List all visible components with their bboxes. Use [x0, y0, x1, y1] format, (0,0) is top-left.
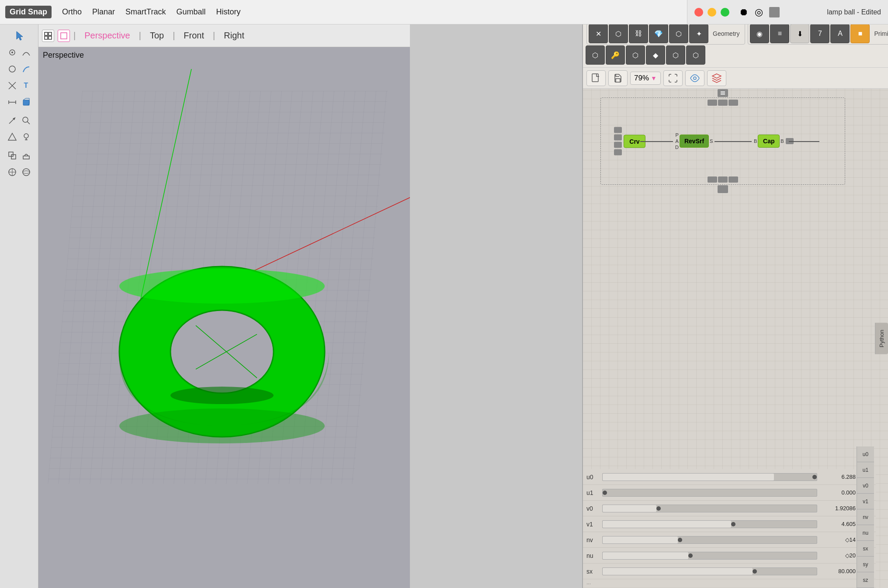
palette-icon-bars[interactable]: ≡: [770, 24, 789, 43]
node-bottom-list-icon[interactable]: [718, 185, 728, 193]
param-v0-slider[interactable]: [602, 505, 817, 512]
param-u0-slider[interactable]: [602, 473, 817, 481]
crv-port-3[interactable]: [614, 149, 622, 156]
palette-icon-circle[interactable]: ⬡: [609, 24, 628, 43]
save-button[interactable]: [608, 70, 628, 86]
tool-solid[interactable]: [20, 94, 33, 110]
palette-icon-A[interactable]: A: [830, 24, 850, 43]
node-arrow-left[interactable]: [708, 100, 717, 106]
port-S: S: [710, 138, 713, 144]
perspective-viewport[interactable]: Perspective: [38, 47, 410, 588]
palette-icon-hex2[interactable]: 7: [810, 24, 829, 43]
crv-port-0[interactable]: [614, 127, 622, 133]
tool-sphere[interactable]: [20, 164, 33, 180]
target-icon[interactable]: ◎: [755, 7, 763, 18]
crv-port-1[interactable]: [614, 135, 622, 141]
fit-view-button[interactable]: [663, 70, 683, 86]
svg-line-16: [27, 121, 30, 124]
palette-icon-circle2[interactable]: ◉: [750, 24, 769, 43]
tool-point[interactable]: [6, 45, 19, 60]
revsrf-node[interactable]: RevSrf: [680, 135, 709, 148]
maximize-button[interactable]: [721, 8, 729, 17]
geometry-section: ✕ ⬡ ⛓ 💎 ⬡ ✦ Geometry: [586, 23, 745, 45]
param-v1-slider[interactable]: [602, 520, 817, 528]
palette-row2-icon2[interactable]: 🔑: [606, 45, 625, 65]
tool-select[interactable]: [5, 28, 33, 44]
tool-magnify[interactable]: [20, 113, 33, 128]
param-nu-slider[interactable]: [602, 552, 817, 560]
planar-toggle[interactable]: Planar: [92, 7, 115, 17]
tool-dimension[interactable]: [6, 94, 19, 110]
history-toggle[interactable]: History: [216, 7, 240, 17]
palette-row2-icon5[interactable]: ⬡: [666, 45, 685, 65]
tool-arrow[interactable]: [6, 113, 19, 128]
tool-pan[interactable]: [6, 164, 19, 180]
param-v0-row: v0 1.92086: [583, 501, 876, 516]
tool-box[interactable]: [6, 148, 19, 163]
node-bottom-arrow1[interactable]: [708, 176, 717, 183]
window-title: lamp ball - Edited: [827, 8, 881, 16]
right-label-nv: nv: [857, 509, 874, 525]
gray-square-icon: [769, 7, 780, 17]
node-arrow-down[interactable]: [728, 100, 738, 106]
geometry-label: Geometry: [709, 29, 743, 38]
param-nv-slider[interactable]: [602, 536, 817, 544]
preview-toggle-button[interactable]: [685, 70, 704, 86]
palette-icon-orange[interactable]: ■: [850, 24, 870, 43]
grasshopper-panel: Params Maths Sets Vector Curve Surface M…: [582, 0, 888, 588]
param-u0-label: u0: [586, 474, 599, 481]
palette-icon-star[interactable]: ✦: [689, 24, 708, 43]
crv-node[interactable]: Crv: [624, 135, 645, 148]
minimize-button[interactable]: [708, 8, 716, 17]
tool-stamp[interactable]: [20, 148, 33, 163]
bake-button[interactable]: [707, 70, 726, 86]
viewport-grid-icon[interactable]: [42, 30, 54, 42]
port-D: D: [675, 145, 679, 150]
palette-icon-chain[interactable]: ⛓: [629, 24, 648, 43]
palette-icon-x[interactable]: ✕: [589, 24, 608, 43]
grid-snap-button[interactable]: Grid Snap: [5, 6, 52, 18]
svg-point-7: [9, 66, 15, 72]
viewport-single-icon[interactable]: [58, 30, 70, 42]
crv-port-2[interactable]: [614, 142, 622, 148]
tab-front[interactable]: Front: [177, 29, 211, 42]
param-u1-slider[interactable]: [602, 489, 817, 497]
python-tab[interactable]: Python: [875, 322, 888, 354]
tab-perspective[interactable]: Perspective: [77, 29, 137, 42]
tool-light[interactable]: [20, 129, 33, 145]
new-file-button[interactable]: [586, 70, 606, 86]
tool-trim[interactable]: [6, 78, 19, 93]
gumball-toggle[interactable]: Gumball: [176, 7, 205, 17]
gh-canvas[interactable]: Crv P A D RevSrf S B: [583, 89, 888, 588]
tool-circle[interactable]: [6, 61, 19, 77]
ortho-toggle[interactable]: Ortho: [62, 7, 82, 17]
palette-row2-icon1[interactable]: ⬡: [586, 45, 605, 65]
tab-top[interactable]: Top: [143, 29, 171, 42]
cap-node[interactable]: Cap: [758, 135, 780, 148]
smarttrack-toggle[interactable]: SmartTrack: [125, 7, 166, 17]
cap-out-port[interactable]: [786, 138, 794, 144]
tool-text[interactable]: T: [20, 78, 33, 93]
close-button[interactable]: [694, 8, 703, 17]
palette-row2-icon6[interactable]: ⬡: [686, 45, 705, 65]
node-bottom-arrow3[interactable]: [728, 176, 738, 183]
tool-sweep[interactable]: [20, 61, 33, 77]
palette-icon-download[interactable]: ⬇: [790, 24, 809, 43]
palette-row2-icon3[interactable]: ⬡: [626, 45, 645, 65]
svg-rect-23: [23, 156, 29, 159]
node-list-icon[interactable]: [718, 89, 728, 97]
zoom-display[interactable]: 79% ▼: [630, 72, 661, 85]
param-sx-slider[interactable]: [602, 567, 817, 575]
node-bottom-arrow2[interactable]: [718, 176, 728, 183]
palette-row2-icon4[interactable]: ◆: [646, 45, 665, 65]
palette-icon-hex1[interactable]: ⬡: [669, 24, 688, 43]
right-label-v0: v0: [857, 478, 874, 494]
right-label-v1: v1: [857, 494, 874, 509]
palette-icon-gem[interactable]: 💎: [649, 24, 668, 43]
tool-shape[interactable]: [6, 129, 19, 145]
tab-right[interactable]: Right: [217, 29, 251, 42]
record-icon[interactable]: ⏺: [739, 7, 749, 18]
tool-curve[interactable]: [20, 45, 33, 60]
node-arrow-right[interactable]: [718, 100, 728, 106]
svg-rect-4: [61, 33, 67, 39]
